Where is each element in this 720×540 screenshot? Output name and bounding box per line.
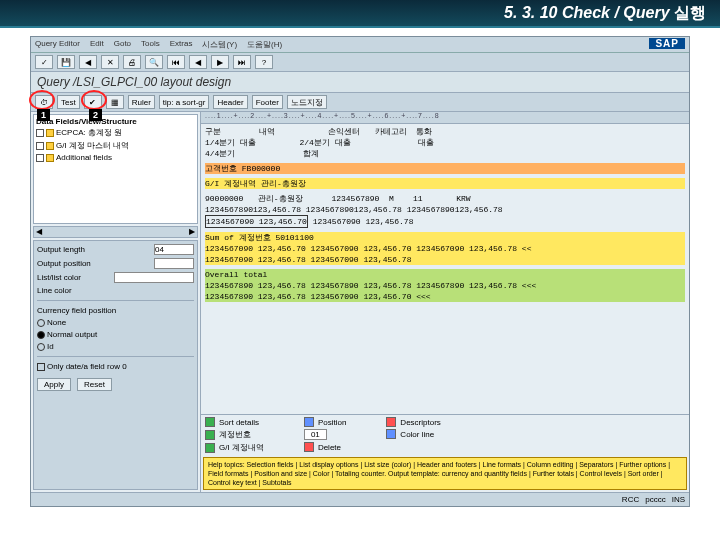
prev-page-icon[interactable]: ◀ bbox=[189, 55, 207, 69]
sort-icon[interactable] bbox=[205, 417, 215, 427]
menu-tools[interactable]: Tools bbox=[141, 39, 160, 50]
delete-label: Delete bbox=[318, 443, 341, 452]
sap-logo: SAP bbox=[649, 38, 685, 49]
test-button[interactable]: Test bbox=[57, 95, 80, 109]
header-line-2: 1/4분기 대출 2/4분기 대출 대출 bbox=[205, 137, 685, 148]
check-icon[interactable]: ✓ bbox=[35, 55, 53, 69]
save-icon[interactable]: 💾 bbox=[57, 55, 75, 69]
tree-item-additional[interactable]: Additional fields bbox=[36, 152, 195, 163]
header-line-1: 구분 내역 손익센터 카테고리 통화 bbox=[205, 126, 685, 137]
colorline-label: Color line bbox=[400, 430, 434, 439]
statusbar: RCC pcccc INS bbox=[31, 492, 689, 506]
sum-caption: Sum of 계정번호 50101100 bbox=[205, 232, 685, 243]
colorline-icon[interactable] bbox=[386, 429, 396, 439]
tool-icon-1[interactable]: ▦ bbox=[106, 95, 124, 109]
detail-line-2: 1234567890123,456.78 1234567890123,456.7… bbox=[205, 204, 685, 215]
tree-label-1: G/I 계정 마스터 내역 bbox=[56, 140, 129, 151]
app-toolbar: ⏱ Test ✔ ▦ Ruler tip: a sort-gr Header F… bbox=[31, 93, 689, 112]
last-page-icon[interactable]: ⏭ bbox=[233, 55, 251, 69]
properties-panel: Output length Output position List/list … bbox=[33, 240, 198, 490]
line-color-label: Line color bbox=[37, 286, 72, 295]
menu-query-editor[interactable]: Query Editor bbox=[35, 39, 80, 50]
tree-item-gl[interactable]: G/I 계정 마스터 내역 bbox=[36, 139, 195, 152]
callout-1: 1 bbox=[37, 109, 50, 121]
apply-button[interactable]: Apply bbox=[37, 378, 71, 391]
execute-icon[interactable]: ⏱ bbox=[35, 95, 53, 109]
left-pane: Data Fields/View/Structure ECPCA: 총계정 원 … bbox=[31, 112, 201, 492]
ruler: ....1....+....2....+....3....+....4....+… bbox=[201, 112, 689, 124]
delete-icon[interactable] bbox=[304, 442, 314, 452]
menubar: Query Editor Edit Goto Tools Extras 시스템(… bbox=[31, 37, 689, 53]
check-only-date-label: Only date/a field row 0 bbox=[47, 362, 127, 371]
gl-icon[interactable] bbox=[205, 443, 215, 453]
first-page-icon[interactable]: ⏮ bbox=[167, 55, 185, 69]
check-button[interactable]: ✔ bbox=[84, 95, 102, 109]
reset-button[interactable]: Reset bbox=[77, 378, 112, 391]
tip-button[interactable]: tip: a sort-gr bbox=[159, 95, 210, 109]
position-icon[interactable] bbox=[304, 417, 314, 427]
node-button[interactable]: 노드지정 bbox=[287, 95, 327, 109]
output-pos-label: Output position bbox=[37, 259, 91, 268]
gl-label: G/I 계정내역 bbox=[219, 442, 264, 453]
tree-item-ecpca[interactable]: ECPCA: 총계정 원 bbox=[36, 126, 195, 139]
slide-header: 5. 3. 10 Check / Query 실행 bbox=[0, 0, 720, 28]
sum-line-1: 1234567090 123,456.70 1234567090 123,456… bbox=[205, 243, 685, 254]
detail-line-3: 1234567090 123,456.70 1234567090 123,456… bbox=[205, 215, 685, 228]
footer-button[interactable]: Footer bbox=[252, 95, 283, 109]
radio-none[interactable]: None bbox=[37, 318, 194, 327]
callout-2: 2 bbox=[89, 109, 102, 121]
total-line-2: 1234567890 123,456.78 1234567090 123,456… bbox=[205, 291, 685, 302]
header-button[interactable]: Header bbox=[213, 95, 247, 109]
header-line-3: 4/4분기 합계 bbox=[205, 148, 685, 159]
tree-scrollbar[interactable]: ◀▶ bbox=[33, 226, 198, 238]
account-icon[interactable] bbox=[205, 430, 215, 440]
legend-row: Sort details 계정번호 G/I 계정내역 Position 01 D… bbox=[201, 414, 689, 455]
list-color-field[interactable] bbox=[114, 272, 194, 283]
standard-toolbar: ✓ 💾 ◀ ✕ 🖨 🔍 ⏮ ◀ ▶ ⏭ ? bbox=[31, 53, 689, 72]
help-box: Help topics: Selection fields | List dis… bbox=[203, 457, 687, 490]
output-length-input[interactable] bbox=[154, 244, 194, 255]
title-english: Check / Query bbox=[562, 4, 670, 21]
sum-line-2: 1234567090 123,456.78 1234567090 123,456… bbox=[205, 254, 685, 265]
radio-normal[interactable]: Normal output bbox=[37, 330, 194, 339]
title-number: 5. 3. 10 bbox=[504, 4, 557, 21]
help-icon[interactable]: ? bbox=[255, 55, 273, 69]
find-icon[interactable]: 🔍 bbox=[145, 55, 163, 69]
print-icon[interactable]: 🖨 bbox=[123, 55, 141, 69]
account-label: 계정번호 bbox=[219, 429, 251, 440]
ruler-button[interactable]: Ruler bbox=[128, 95, 155, 109]
report-preview: 구분 내역 손익센터 카테고리 통화 1/4분기 대출 2/4분기 대출 대출 … bbox=[201, 124, 689, 414]
field-tree[interactable]: Data Fields/View/Structure ECPCA: 총계정 원 … bbox=[33, 114, 198, 224]
position-label: Position bbox=[318, 418, 346, 427]
legend-col-desc: Descriptors Color line bbox=[386, 417, 440, 453]
output-pos-input[interactable] bbox=[154, 258, 194, 269]
back-icon[interactable]: ◀ bbox=[79, 55, 97, 69]
descriptors-icon[interactable] bbox=[386, 417, 396, 427]
detail-line-3-rest: 1234567090 123,456.78 bbox=[308, 217, 414, 226]
selected-field-box[interactable]: 1234567090 123,456.70 bbox=[205, 215, 308, 228]
check-only-date[interactable]: Only date/a field row 0 bbox=[37, 362, 194, 371]
output-length-label: Output length bbox=[37, 245, 85, 254]
status-b: pcccc bbox=[645, 495, 665, 504]
radio-id[interactable]: Id bbox=[37, 342, 194, 351]
radio-id-label: Id bbox=[47, 342, 54, 351]
exit-icon[interactable]: ✕ bbox=[101, 55, 119, 69]
menu-edit[interactable]: Edit bbox=[90, 39, 104, 50]
tree-title: Data Fields/View/Structure bbox=[36, 117, 195, 126]
sap-window: Query Editor Edit Goto Tools Extras 시스템(… bbox=[30, 36, 690, 507]
tree-label-2: Additional fields bbox=[56, 153, 112, 162]
menu-system[interactable]: 시스템(Y) bbox=[202, 39, 237, 50]
menu-help[interactable]: 도움말(H) bbox=[247, 39, 282, 50]
right-pane: ....1....+....2....+....3....+....4....+… bbox=[201, 112, 689, 492]
position-value: 01 bbox=[304, 429, 327, 440]
band-gl-account: G/I 계정내역 관리-총원장 bbox=[205, 178, 685, 189]
menu-extras[interactable]: Extras bbox=[170, 39, 193, 50]
main-area: Data Fields/View/Structure ECPCA: 총계정 원 … bbox=[31, 112, 689, 492]
detail-line-1: 90000000 관리-총원장 1234567890 M 11 KRW bbox=[205, 193, 685, 204]
menu-goto[interactable]: Goto bbox=[114, 39, 131, 50]
radio-normal-label: Normal output bbox=[47, 330, 97, 339]
status-a: RCC bbox=[622, 495, 639, 504]
status-c: INS bbox=[672, 495, 685, 504]
next-page-icon[interactable]: ▶ bbox=[211, 55, 229, 69]
sort-label: Sort details bbox=[219, 418, 259, 427]
